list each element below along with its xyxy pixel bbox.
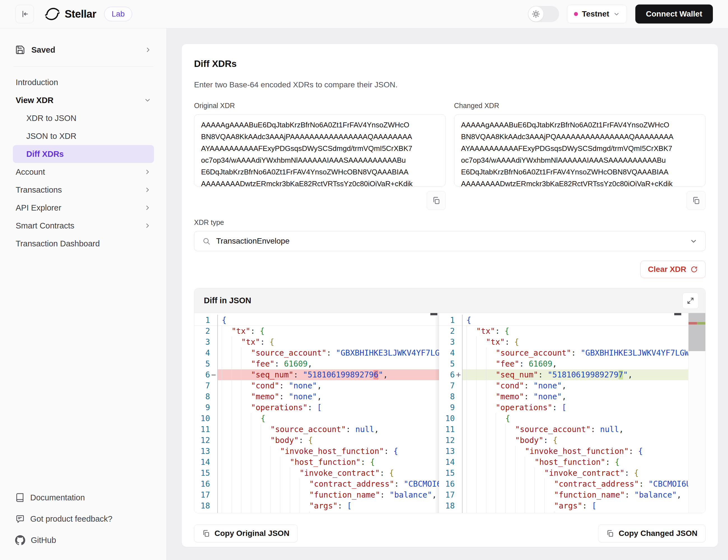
light-mode-sun-icon xyxy=(528,6,543,22)
diff-line: 19 { xyxy=(439,511,688,513)
clear-row: Clear XDR xyxy=(194,261,706,278)
sidebar-item-transactions[interactable]: Transactions xyxy=(13,181,154,199)
chevron-right-icon xyxy=(144,168,151,176)
diff-line: 11 "source_account": null, xyxy=(194,424,439,435)
sidebar-item-label: API Explorer xyxy=(16,203,61,213)
minimap-removed-marker xyxy=(689,322,697,325)
diff-line: 16 "contract_address": "CBCMOI6UNJYGUHSA… xyxy=(194,479,439,489)
chevron-right-icon xyxy=(144,186,151,193)
clear-xdr-button[interactable]: Clear XDR xyxy=(640,261,706,278)
chevron-down-icon xyxy=(613,11,620,17)
collapse-sidebar-button[interactable] xyxy=(15,5,34,23)
changed-xdr-label: Changed XDR xyxy=(454,102,706,110)
sidebar-item-label: XDR to JSON xyxy=(26,114,76,123)
horizontal-scrollbar-thumb[interactable] xyxy=(430,313,437,315)
diff-json-title: Diff in JSON xyxy=(204,296,251,305)
sidebar-item-json-to-xdr[interactable]: JSON to XDR xyxy=(13,127,154,145)
sidebar-footer: Documentation Got product feedback? GitH… xyxy=(13,489,154,548)
diff-line: 18 "args": [ xyxy=(194,500,439,511)
copy-changed-xdr-button[interactable] xyxy=(687,191,706,210)
refresh-icon xyxy=(690,265,698,273)
sidebar-link-github[interactable]: GitHub xyxy=(13,532,154,548)
diff-line: 19 { xyxy=(194,511,439,513)
sidebar-item-view-xdr[interactable]: View XDR xyxy=(13,91,154,109)
feedback-label: Got product feedback? xyxy=(30,514,112,524)
expand-icon xyxy=(687,297,694,305)
diff-line: 7 "cond": "none", xyxy=(439,380,688,391)
copy-icon xyxy=(432,196,440,205)
network-name: Testnet xyxy=(582,10,609,18)
diff-line: 9 "operations": [ xyxy=(194,402,439,413)
xdr-type-value: TransactionEnvelope xyxy=(216,237,290,246)
diff-line: 15 "invoke_contract": { xyxy=(439,468,688,479)
collapse-sidebar-icon xyxy=(20,10,29,18)
diff-line: 1{ xyxy=(194,315,439,326)
copy-original-json-button[interactable]: Copy Original JSON xyxy=(194,524,298,542)
diff-line: 13 "invoke_host_function": { xyxy=(439,446,688,457)
search-icon xyxy=(202,237,211,245)
sidebar-item-transaction-dashboard[interactable]: Transaction Dashboard xyxy=(13,235,154,253)
diff-line: 5 "fee": 61609, xyxy=(194,358,439,369)
horizontal-scrollbar-thumb[interactable] xyxy=(674,313,681,315)
sidebar-item-label: View XDR xyxy=(16,96,53,105)
diff-json-panel: Diff in JSON 1{2 "tx": {3 "tx": {4 "sour… xyxy=(194,288,706,513)
sidebar-link-feedback[interactable]: Got product feedback? xyxy=(13,511,154,527)
page-description: Enter two Base-64 encoded XDRs to compar… xyxy=(194,80,706,89)
sidebar-nav: IntroductionView XDRXDR to JSONJSON to X… xyxy=(13,73,154,489)
diff-line: 4 "source_account": "GBXBHIHKE3LJWKV4YF7… xyxy=(194,347,439,358)
diff-line: 10 { xyxy=(194,413,439,424)
diff-scrollbar-minimap[interactable] xyxy=(688,313,705,513)
diff-pane-changed[interactable]: 1{2 "tx": {3 "tx": {4 "source_account": … xyxy=(439,313,688,513)
diff-line: 8 "memo": "none", xyxy=(439,391,688,402)
diff-line: 7 "cond": "none", xyxy=(194,380,439,391)
vertical-scrollbar-thumb[interactable] xyxy=(689,313,705,351)
chevron-down-icon xyxy=(690,237,697,245)
top-bar: Stellar Lab Testnet Connect Wallet xyxy=(0,0,728,28)
sidebar-link-documentation[interactable]: Documentation xyxy=(13,489,154,506)
sidebar-item-api-explorer[interactable]: API Explorer xyxy=(13,199,154,217)
saved-label: Saved xyxy=(31,45,55,55)
sidebar-divider xyxy=(13,66,153,67)
copy-icons-row xyxy=(194,191,706,210)
diff-line: 11 "source_account": null, xyxy=(439,424,688,435)
sidebar-item-diff-xdrs[interactable]: Diff XDRs xyxy=(13,145,154,163)
stellar-logo-icon xyxy=(45,6,60,22)
sidebar-item-introduction[interactable]: Introduction xyxy=(13,73,154,91)
brand[interactable]: Stellar Lab xyxy=(45,6,132,22)
sidebar-item-saved[interactable]: Saved xyxy=(13,41,154,59)
diff-line: 15 "invoke_contract": { xyxy=(194,468,439,479)
network-status-dot xyxy=(574,12,578,16)
lab-badge: Lab xyxy=(104,7,132,21)
page-title: Diff XDRs xyxy=(194,59,706,69)
diff-line: 3 "tx": { xyxy=(194,337,439,347)
diff-xdrs-card: Diff XDRs Enter two Base-64 encoded XDRs… xyxy=(181,44,718,547)
diff-line: 3 "tx": { xyxy=(439,337,688,347)
xdr-type-select[interactable]: TransactionEnvelope xyxy=(194,231,706,251)
chevron-right-icon xyxy=(144,204,151,211)
diff-line: 17 "function_name": "balance", xyxy=(194,489,439,500)
diff-line: 2 "tx": { xyxy=(194,326,439,337)
diff-line: 12 "body": { xyxy=(439,435,688,446)
expand-diff-button[interactable] xyxy=(682,293,699,309)
original-xdr-input[interactable]: AAAAAgAAAABuE6DqJtabKrzBfrNo6A0Zt1FrFAV4… xyxy=(194,114,446,186)
sidebar-item-label: Introduction xyxy=(16,78,58,87)
copy-original-xdr-button[interactable] xyxy=(427,191,446,210)
sidebar-item-smart-contracts[interactable]: Smart Contracts xyxy=(13,217,154,235)
sidebar-item-label: Transactions xyxy=(16,185,62,195)
diff-json-body: 1{2 "tx": {3 "tx": {4 "source_account": … xyxy=(194,313,705,513)
diff-line: 6+ "seq_num": "518106199892797", xyxy=(439,369,688,380)
diff-line: 16 "contract_address": "CBCMOI6UNJYGUHSA… xyxy=(439,479,688,489)
clear-xdr-label: Clear XDR xyxy=(648,265,686,274)
diff-pane-original[interactable]: 1{2 "tx": {3 "tx": {4 "source_account": … xyxy=(194,313,439,513)
changed-xdr-input[interactable]: AAAAAgAAAABuE6DqJtabKrzBfrNo6A0Zt1FrFAV4… xyxy=(454,114,706,186)
sidebar-item-account[interactable]: Account xyxy=(13,163,154,181)
sidebar-item-xdr-to-json[interactable]: XDR to JSON xyxy=(13,109,154,127)
connect-wallet-button[interactable]: Connect Wallet xyxy=(635,4,713,24)
network-selector[interactable]: Testnet xyxy=(567,5,627,23)
diff-line: 14 "host_function": { xyxy=(439,457,688,468)
chevron-right-icon xyxy=(144,222,151,229)
copy-changed-json-button[interactable]: Copy Changed JSON xyxy=(598,524,706,542)
theme-toggle[interactable] xyxy=(528,6,559,22)
copy-icon xyxy=(606,529,614,537)
diff-line: 13 "invoke_host_function": { xyxy=(194,446,439,457)
